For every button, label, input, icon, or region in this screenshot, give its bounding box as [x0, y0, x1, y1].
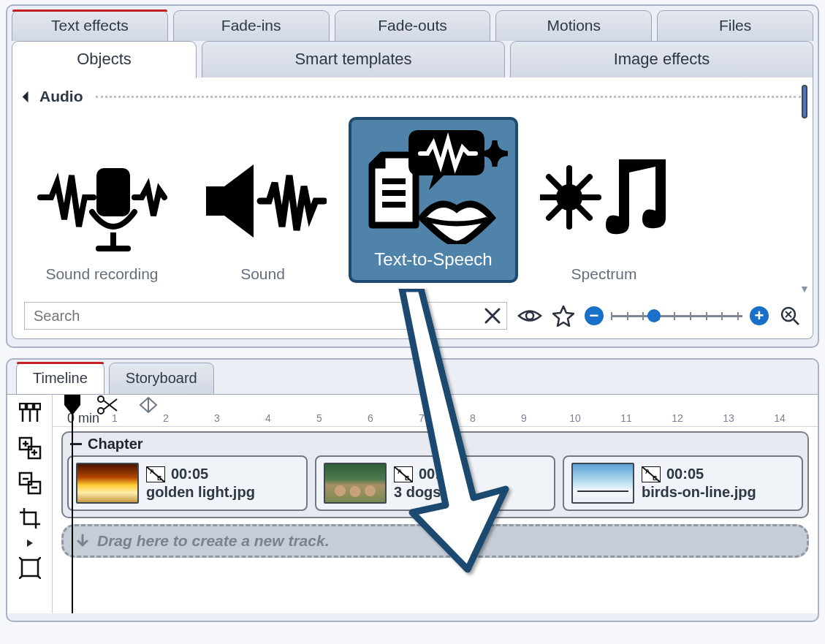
tracks-view-icon[interactable]	[16, 399, 44, 427]
search-box[interactable]	[24, 302, 507, 330]
playhead-line	[72, 395, 73, 613]
spectrum-icon	[540, 140, 668, 261]
svg-line-34	[104, 399, 117, 409]
dropzone-label: Drag here to create a new track.	[97, 532, 329, 550]
category-label: Audio	[39, 88, 83, 105]
transition-ab-icon: AB	[146, 466, 165, 482]
tab-timeline[interactable]: Timeline	[16, 363, 104, 395]
tab-files[interactable]: Files	[657, 10, 813, 41]
clip-filename: birds-on-line.jpg	[642, 484, 794, 501]
clip-filename: golden light.jpg	[146, 484, 299, 501]
tab-objects[interactable]: Objects	[12, 41, 197, 78]
category-divider	[96, 96, 801, 98]
ruler-tick: 6	[368, 412, 373, 424]
scrollbar-down-icon[interactable]: ▼	[799, 283, 810, 295]
item-label: Sound recording	[27, 265, 177, 283]
svg-rect-16	[34, 404, 40, 409]
clear-search-icon[interactable]	[483, 306, 502, 325]
ruler-tick: 13	[723, 412, 734, 424]
item-spectrum[interactable]: Spectrum	[540, 140, 668, 283]
zoom-slider-knob[interactable]	[647, 309, 661, 322]
zoom-out-button[interactable]: −	[585, 306, 604, 325]
svg-rect-30	[22, 560, 38, 576]
tab-storyboard[interactable]: Storyboard	[109, 363, 214, 395]
item-text-to-speech[interactable]: Text-to-Speech	[349, 117, 518, 283]
svg-rect-0	[96, 168, 130, 216]
item-label: Sound	[199, 265, 327, 283]
timeline-main: 0 min 1 2 3 4 5 6 7 8 9 10 11 12 13 14 C…	[53, 395, 818, 613]
transition-ab-icon: AB	[394, 466, 413, 482]
chapter-block[interactable]: Chapter AB 00:05 golden light.jp	[61, 431, 809, 518]
svg-text:A: A	[398, 468, 403, 475]
zoom-in-button[interactable]: +	[750, 306, 769, 325]
ruler-tick: 7	[419, 412, 425, 424]
scrollbar-thumb[interactable]	[802, 85, 807, 118]
search-row: − +	[24, 302, 801, 330]
marker-diamond-icon[interactable]	[139, 396, 158, 417]
svg-line-33	[104, 401, 117, 411]
top-tabs-row1: Text effects Fade-ins Fade-outs Motions …	[12, 10, 813, 41]
svg-point-11	[526, 312, 533, 319]
ruler-tick: 10	[569, 412, 581, 424]
ruler-tick: 14	[774, 412, 786, 424]
ruler-tick: 1	[112, 412, 118, 424]
tab-fade-outs[interactable]: Fade-outs	[335, 10, 491, 41]
expand-triangle-icon[interactable]	[27, 539, 33, 547]
chapter-clips: AB 00:05 golden light.jpg	[67, 455, 803, 511]
item-sound[interactable]: Sound	[199, 140, 327, 283]
category-header-audio[interactable]: Audio	[24, 88, 801, 105]
svg-text:A: A	[645, 468, 650, 475]
ruler-tick: 9	[521, 412, 527, 424]
zoom-slider[interactable]	[611, 309, 742, 322]
add-track-icon[interactable]	[16, 434, 44, 462]
ruler-tick: 5	[316, 412, 322, 424]
clip-filename: 3 dogs.jpg	[394, 484, 547, 501]
audio-items: Sound recording Sound	[24, 117, 801, 283]
ruler-tick: 12	[672, 412, 683, 424]
collapse-triangle-icon	[23, 91, 34, 102]
zoom-controls: − +	[585, 306, 769, 325]
timeline-sidebar	[7, 395, 53, 613]
clip-item[interactable]: AB 00:05 birds-on-line.jpg	[563, 455, 803, 511]
ruler-tick: 2	[163, 412, 169, 424]
toolbox-body: Audio	[12, 77, 813, 339]
timeline-panel: Timeline Storyboard	[6, 358, 819, 622]
clip-item[interactable]: AB 00:05 golden light.jpg	[67, 455, 308, 511]
fullscreen-icon[interactable]	[16, 554, 44, 582]
tab-smart-templates[interactable]: Smart templates	[202, 41, 505, 78]
chapter-label: Chapter	[88, 436, 143, 452]
crop-icon[interactable]	[16, 504, 44, 532]
svg-text:A: A	[150, 468, 155, 475]
timeline-ruler[interactable]: 0 min 1 2 3 4 5 6 7 8 9 10 11 12 13 14	[53, 395, 818, 427]
svg-point-31	[98, 396, 104, 402]
ruler-tick: 11	[620, 412, 632, 424]
search-input[interactable]	[32, 307, 483, 325]
clip-item[interactable]: AB 00:05 3 dogs.jpg	[315, 455, 555, 511]
timeline-body: 0 min 1 2 3 4 5 6 7 8 9 10 11 12 13 14 C…	[7, 394, 818, 613]
zoom-fit-icon[interactable]	[779, 305, 801, 327]
chapter-header[interactable]: Chapter	[67, 436, 803, 455]
tab-text-effects[interactable]: Text effects	[12, 10, 168, 41]
transition-ab-icon: AB	[642, 466, 661, 482]
toolbox-scrollbar[interactable]: ▼	[799, 85, 810, 295]
remove-track-icon[interactable]	[16, 469, 44, 497]
clip-thumbnail	[571, 463, 634, 504]
clip-duration: 00:05	[666, 466, 704, 482]
new-track-dropzone[interactable]: Drag here to create a new track.	[61, 524, 809, 558]
item-label: Text-to-Speech	[354, 249, 512, 270]
down-arrow-icon	[75, 534, 90, 548]
tab-fade-ins[interactable]: Fade-ins	[173, 10, 330, 41]
svg-text:B: B	[157, 474, 162, 482]
item-sound-recording[interactable]: Sound recording	[27, 140, 177, 283]
sound-recording-icon	[27, 140, 177, 261]
tab-image-effects[interactable]: Image effects	[510, 41, 813, 78]
text-to-speech-icon	[354, 124, 512, 245]
clip-thumbnail	[76, 463, 139, 504]
clip-duration: 00:05	[419, 466, 456, 482]
favorite-star-icon[interactable]	[552, 305, 574, 327]
tab-motions[interactable]: Motions	[495, 10, 652, 41]
svg-text:B: B	[405, 474, 410, 482]
scrollbar-track[interactable]	[802, 85, 807, 283]
preview-eye-icon[interactable]	[517, 306, 542, 325]
svg-rect-15	[27, 404, 33, 409]
